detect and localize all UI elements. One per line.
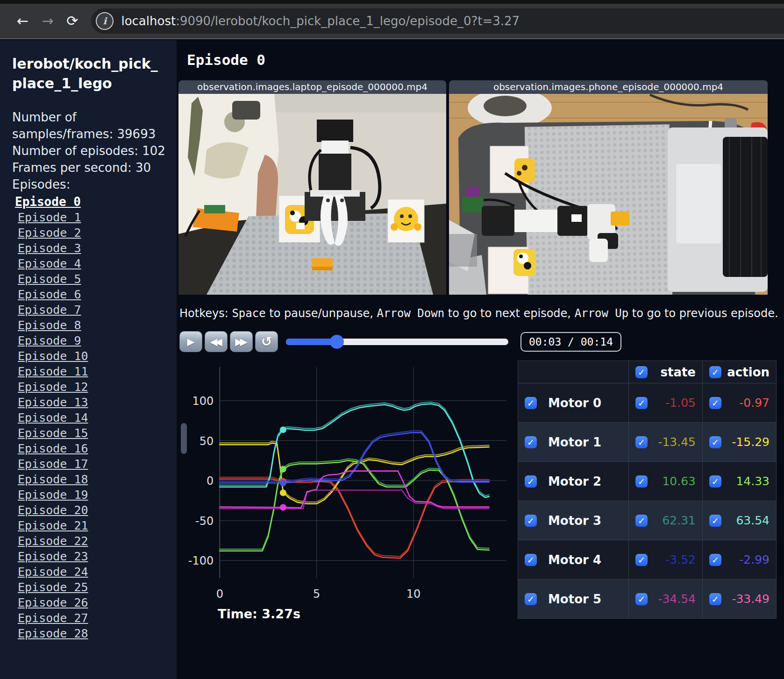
dataset-title: lerobot/koch_pick_place_1_lego bbox=[12, 54, 165, 93]
sidebar-episode-link[interactable]: Episode 6 bbox=[18, 287, 81, 302]
checkbox[interactable]: ✓ bbox=[525, 436, 537, 448]
sidebar-episode-link[interactable]: Episode 20 bbox=[18, 502, 88, 518]
motor-name-cell: ✓Motor 3 bbox=[518, 501, 629, 540]
site-info-icon[interactable]: i bbox=[96, 12, 114, 30]
seek-slider-fill bbox=[286, 339, 337, 345]
address-bar[interactable]: i localhost :9090/lerobot/koch_pick_plac… bbox=[91, 8, 784, 34]
sidebar-episode-link[interactable]: Episode 25 bbox=[18, 580, 88, 595]
url-path: :9090/lerobot/koch_pick_place_1_lego/epi… bbox=[176, 14, 520, 28]
browser-toolbar: ← → ⟳ i localhost :9090/lerobot/koch_pic… bbox=[0, 4, 784, 39]
browser-chrome: ← → ⟳ i localhost :9090/lerobot/koch_pic… bbox=[0, 0, 784, 40]
motor-row: ✓Motor 5✓-34.54✓-33.49 bbox=[518, 580, 777, 619]
svg-text:-50: -50 bbox=[195, 515, 214, 528]
sidebar-episode-link[interactable]: Episode 1 bbox=[18, 210, 81, 225]
checkbox[interactable]: ✓ bbox=[525, 475, 537, 488]
hotkeys-mid2: to go to next episode, bbox=[444, 307, 575, 320]
state-value-cell: ✓-3.52 bbox=[629, 540, 703, 580]
checkbox[interactable]: ✓ bbox=[709, 397, 721, 409]
checkbox[interactable]: ✓ bbox=[635, 515, 648, 527]
checkbox[interactable]: ✓ bbox=[635, 436, 648, 448]
state-column-checkbox[interactable]: ✓ bbox=[635, 366, 648, 378]
state-value-cell: ✓-34.54 bbox=[629, 580, 703, 619]
sidebar-episode-link[interactable]: Episode 9 bbox=[18, 333, 81, 348]
hotkey-space: Space bbox=[232, 307, 265, 320]
state-header-label: state bbox=[660, 365, 696, 379]
action-value: -15.29 bbox=[732, 435, 770, 449]
action-column-checkbox[interactable]: ✓ bbox=[709, 366, 721, 378]
checkbox[interactable]: ✓ bbox=[709, 554, 721, 566]
sidebar-episode-link[interactable]: Episode 22 bbox=[18, 533, 88, 549]
sidebar-episode-link[interactable]: Episode 11 bbox=[18, 364, 88, 379]
sidebar-episode-link[interactable]: Episode 26 bbox=[18, 595, 88, 610]
motor-chart: 100500-50-1000510Time: 3.27s bbox=[178, 361, 511, 627]
chart-and-table-row: 100500-50-1000510Time: 3.27s ✓ state bbox=[178, 361, 784, 627]
sidebar-episode-link[interactable]: Episode 0 bbox=[15, 194, 81, 210]
action-header-cell: ✓ action bbox=[703, 361, 777, 383]
loop-button[interactable]: ↺ bbox=[255, 331, 278, 352]
sidebar-episode-link[interactable]: Episode 23 bbox=[18, 549, 88, 564]
sidebar-episode-link[interactable]: Episode 24 bbox=[18, 564, 88, 580]
sidebar-episode-link[interactable]: Episode 15 bbox=[18, 425, 88, 441]
seek-slider[interactable] bbox=[286, 339, 508, 345]
sidebar-episode-link[interactable]: Episode 27 bbox=[18, 610, 88, 626]
state-value-cell: ✓-1.05 bbox=[629, 383, 703, 423]
back-icon[interactable]: ← bbox=[10, 11, 35, 31]
hotkey-arrow-up: Arrow Up bbox=[575, 307, 629, 320]
checkbox[interactable]: ✓ bbox=[525, 515, 537, 527]
checkbox[interactable]: ✓ bbox=[525, 554, 537, 566]
sidebar-episode-link[interactable]: Episode 10 bbox=[18, 348, 88, 364]
sidebar-episode-link[interactable]: Episode 17 bbox=[18, 456, 88, 472]
svg-text:-100: -100 bbox=[188, 554, 214, 567]
state-value: -13.45 bbox=[658, 435, 696, 449]
sidebar-episode-link[interactable]: Episode 4 bbox=[18, 256, 81, 271]
sidebar-episode-link[interactable]: Episode 5 bbox=[18, 271, 81, 287]
checkbox[interactable]: ✓ bbox=[709, 475, 721, 488]
checkbox[interactable]: ✓ bbox=[709, 515, 721, 527]
action-value-cell: ✓63.54 bbox=[703, 501, 777, 540]
motor-row: ✓Motor 3✓62.31✓63.54 bbox=[518, 501, 777, 540]
forward-icon[interactable]: → bbox=[35, 11, 60, 31]
checkbox[interactable]: ✓ bbox=[635, 593, 648, 605]
seek-slider-thumb[interactable] bbox=[330, 335, 344, 349]
video-row: observation.images.laptop_episode_000000… bbox=[178, 80, 784, 295]
sidebar-episode-link[interactable]: Episode 13 bbox=[18, 395, 88, 410]
sidebar-episode-link[interactable]: Episode 28 bbox=[18, 626, 88, 641]
video-phone-camera[interactable]: observation.images.phone_episode_000000.… bbox=[449, 80, 768, 295]
main-panel: Episode 0 observation.images.laptop_epis… bbox=[177, 40, 784, 679]
rewind-button[interactable]: ◀◀ bbox=[205, 331, 228, 352]
sidebar-episode-link[interactable]: Episode 8 bbox=[18, 318, 81, 333]
page-title: Episode 0 bbox=[187, 51, 784, 68]
checkbox[interactable]: ✓ bbox=[525, 397, 537, 409]
reload-icon[interactable]: ⟳ bbox=[60, 11, 85, 31]
sidebar-episode-link[interactable]: Episode 3 bbox=[18, 240, 81, 256]
sidebar-episode-link[interactable]: Episode 16 bbox=[18, 441, 88, 456]
scrollbar-thumb[interactable] bbox=[181, 423, 187, 454]
action-value: -33.49 bbox=[732, 592, 770, 606]
sidebar-episode-link[interactable]: Episode 2 bbox=[18, 225, 81, 240]
sidebar-episode-link[interactable]: Episode 7 bbox=[18, 302, 81, 318]
play-icon: ▶ bbox=[187, 336, 194, 347]
sidebar-episode-link[interactable]: Episode 12 bbox=[18, 379, 88, 395]
sidebar: lerobot/koch_pick_place_1_lego Number of… bbox=[0, 40, 177, 679]
fast-forward-button[interactable]: ▶▶ bbox=[230, 331, 253, 352]
checkbox[interactable]: ✓ bbox=[635, 475, 648, 488]
motor-name-label: Motor 2 bbox=[548, 474, 601, 488]
checkbox[interactable]: ✓ bbox=[709, 593, 721, 605]
lerobot-dataset-visualizer: ← → ⟳ i localhost :9090/lerobot/koch_pic… bbox=[0, 0, 784, 679]
video-laptop-camera[interactable]: observation.images.laptop_episode_000000… bbox=[178, 80, 446, 295]
motor-name-header-cell bbox=[518, 361, 629, 383]
checkbox[interactable]: ✓ bbox=[635, 554, 648, 566]
video-laptop-frame bbox=[178, 94, 446, 295]
sidebar-episode-link[interactable]: Episode 19 bbox=[18, 487, 88, 502]
state-value-cell: ✓62.31 bbox=[629, 501, 703, 540]
sidebar-episode-link[interactable]: Episode 21 bbox=[18, 518, 88, 533]
sidebar-episode-link[interactable]: Episode 14 bbox=[18, 410, 88, 425]
motor-name-label: Motor 1 bbox=[548, 435, 601, 449]
checkbox[interactable]: ✓ bbox=[709, 436, 721, 448]
checkbox[interactable]: ✓ bbox=[635, 397, 648, 409]
play-button[interactable]: ▶ bbox=[179, 331, 202, 352]
action-value-cell: ✓-2.99 bbox=[703, 540, 777, 580]
sidebar-episode-link[interactable]: Episode 18 bbox=[18, 472, 88, 487]
checkbox[interactable]: ✓ bbox=[525, 593, 537, 605]
stat-episodes: Number of episodes: 102 bbox=[12, 143, 165, 160]
